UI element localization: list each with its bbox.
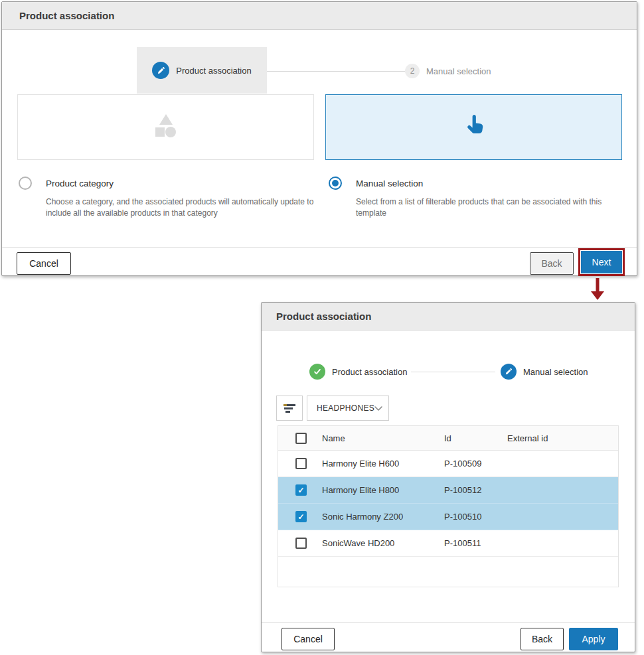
next-button[interactable]: Next: [581, 251, 622, 273]
filter-button[interactable]: [276, 396, 303, 421]
check-circle-icon: [309, 364, 325, 380]
back-button[interactable]: Back: [521, 628, 564, 650]
annotation-highlight: Next: [578, 248, 625, 276]
product-id: P-100510: [444, 512, 493, 522]
back-button[interactable]: Back: [530, 252, 574, 275]
hand-pointer-icon: [461, 113, 487, 141]
product-name: Harmony Elite H800: [322, 485, 430, 495]
step-label: Product association: [332, 367, 407, 377]
row-checkbox[interactable]: [295, 458, 307, 469]
cancel-button[interactable]: Cancel: [282, 628, 335, 650]
step-label: Product association: [176, 66, 251, 76]
product-id: P-100511: [444, 538, 493, 548]
product-association-dialog-step2: Product association Product association …: [261, 302, 635, 652]
stepper-connector: [411, 372, 495, 372]
apply-button[interactable]: Apply: [569, 628, 618, 650]
pencil-icon: [152, 62, 169, 79]
product-id: P-100512: [444, 485, 493, 495]
dialog-title: Product association: [262, 303, 635, 330]
select-all-checkbox[interactable]: [295, 433, 307, 444]
option-label: Manual selection: [356, 179, 423, 188]
annotation-arrow: [591, 278, 604, 303]
table-row[interactable]: ✓ Sonic Harmony Z200 P-100510: [278, 504, 618, 530]
dialog-title: Product association: [2, 2, 637, 30]
column-header-name: Name: [322, 433, 430, 443]
step-label: Manual selection: [426, 66, 491, 76]
row-checkbox[interactable]: [295, 538, 307, 549]
manual-selection-radio[interactable]: [329, 177, 342, 190]
product-table: Name Id External id Harmony Elite H600 P…: [278, 425, 619, 587]
column-header-id: Id: [444, 433, 493, 443]
row-checkbox[interactable]: ✓: [295, 484, 307, 496]
product-association-dialog-step1: Product association Product association …: [1, 1, 637, 276]
dropdown-selected-value: HEADPHONES: [317, 403, 374, 413]
row-checkbox[interactable]: ✓: [295, 511, 307, 522]
manual-selection-card[interactable]: [325, 94, 622, 160]
chevron-down-icon: [374, 402, 382, 414]
product-name: SonicWave HD200: [322, 538, 430, 548]
product-name: Sonic Harmony Z200: [322, 512, 430, 522]
shapes-icon: [151, 113, 181, 142]
column-header-external-id: External id: [507, 433, 618, 443]
product-name: Harmony Elite H600: [322, 459, 430, 469]
step-number-badge: 2: [405, 64, 420, 78]
stepper-step-manual-selection-active[interactable]: Manual selection: [501, 364, 588, 380]
product-category-card[interactable]: [17, 94, 314, 160]
table-row[interactable]: ✓ Harmony Elite H800 P-100512: [278, 477, 618, 504]
category-dropdown[interactable]: HEADPHONES: [307, 396, 389, 421]
option-description: Choose a category, and the associated pr…: [46, 196, 333, 219]
stepper-connector: [267, 71, 405, 72]
option-label: Product category: [46, 179, 114, 188]
table-row[interactable]: Harmony Elite H600 P-100509: [278, 451, 618, 477]
cancel-button[interactable]: Cancel: [17, 252, 71, 275]
stepper-step-product-association-done[interactable]: Product association: [309, 364, 407, 380]
table-body: Harmony Elite H600 P-100509 ✓ Harmony El…: [278, 451, 618, 557]
footer-divider: [2, 247, 637, 248]
product-id: P-100509: [444, 459, 493, 469]
filter-icon: [283, 404, 295, 406]
table-header-row: Name Id External id: [278, 426, 618, 451]
product-category-radio[interactable]: [19, 177, 32, 190]
option-description: Select from a list of filterable product…: [356, 196, 621, 219]
stepper-step-manual-selection[interactable]: 2 Manual selection: [405, 64, 491, 78]
footer-divider: [262, 622, 635, 623]
table-row[interactable]: SonicWave HD200 P-100511: [278, 530, 618, 557]
stepper-step-product-association[interactable]: Product association: [137, 47, 267, 94]
pencil-icon: [501, 364, 517, 380]
step-label: Manual selection: [523, 367, 588, 377]
